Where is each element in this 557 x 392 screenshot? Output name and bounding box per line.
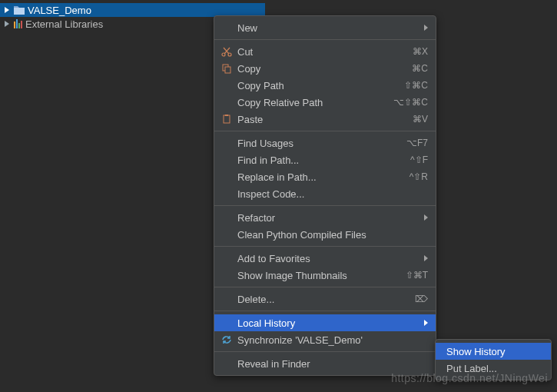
svg-rect-5 [225,115,228,116]
menu-copy-relative-path[interactable]: Copy Relative Path ⌥⇧⌘C [214,94,436,111]
blank-icon [220,137,233,149]
menu-inspect-code[interactable]: Inspect Code... [214,185,436,202]
blank-icon [220,357,233,370]
submenu-show-history[interactable]: Show History [436,343,551,360]
menu-delete[interactable]: Delete... ⌦ [214,291,436,307]
menu-local-history[interactable]: Local History [214,314,436,331]
menu-separator [214,131,436,131]
menu-refactor[interactable]: Refactor [214,209,436,226]
folder-icon [14,5,25,15]
menu-separator [214,351,436,352]
menu-show-image-thumbnails[interactable]: Show Image Thumbnails ⇧⌘T [214,267,436,284]
menu-separator [214,246,436,247]
shortcut-label: ⇧⌘T [406,270,428,281]
menu-find-usages[interactable]: Find Usages ⌥F7 [214,135,436,151]
blank-icon [220,171,233,183]
blank-icon [220,96,233,108]
expand-collapse-icon[interactable] [5,7,9,13]
shortcut-label: ⌘X [413,46,428,57]
shortcut-label: ^⇧R [409,171,428,182]
context-menu: New Cut ⌘X Copy ⌘C Copy Path ⇧⌘C Copy Re… [214,15,436,376]
blank-icon [220,211,233,224]
menu-new[interactable]: New [214,19,436,36]
expand-collapse-icon[interactable] [5,21,9,27]
shortcut-label: ⌥F7 [406,138,428,148]
submenu-arrow-icon [424,25,428,31]
blank-icon [220,154,233,166]
project-name-label: VALSE_Demo [28,5,91,16]
paste-icon [220,113,233,125]
shortcut-label: ⌘C [412,63,428,74]
menu-add-to-favorites[interactable]: Add to Favorites [214,250,436,267]
shortcut-label: ⌥⇧⌘C [393,97,428,108]
copy-icon [220,62,233,75]
blank-icon [220,252,233,264]
menu-separator [214,287,436,287]
menu-reveal-in-finder[interactable]: Reveal in Finder [214,355,436,372]
menu-synchronize[interactable]: Synchronize 'VALSE_Demo' [214,331,436,348]
menu-find-in-path[interactable]: Find in Path... ^⇧F [214,151,436,168]
watermark-text: https://blog.csdn.net/JNingWei [391,372,548,384]
blank-icon [220,79,233,91]
menu-separator [214,311,436,311]
menu-separator [214,39,436,40]
menu-separator [214,205,436,206]
menu-copy-path[interactable]: Copy Path ⇧⌘C [214,77,436,94]
shortcut-label: ⌘V [413,114,428,125]
blank-icon [220,317,233,329]
submenu-arrow-icon [424,255,428,261]
menu-copy[interactable]: Copy ⌘C [214,60,436,77]
blank-icon [220,188,233,200]
shortcut-label: ⌦ [415,294,428,304]
menu-clean-python-compiled[interactable]: Clean Python Compiled Files [214,226,436,243]
menu-paste[interactable]: Paste ⌘V [214,111,436,128]
scissors-icon [220,45,233,58]
blank-icon [220,228,233,241]
external-libraries-label: External Libraries [25,18,103,30]
svg-rect-4 [224,115,230,123]
shortcut-label: ^⇧F [410,154,428,165]
shortcut-label: ⇧⌘C [404,80,428,91]
submenu-arrow-icon [424,214,428,221]
submenu-arrow-icon [424,320,428,326]
external-libraries-icon [14,19,22,28]
menu-cut[interactable]: Cut ⌘X [214,43,436,60]
svg-rect-3 [225,67,230,73]
blank-icon [220,22,233,34]
blank-icon [220,269,233,281]
blank-icon [220,293,233,305]
menu-replace-in-path[interactable]: Replace in Path... ^⇧R [214,168,436,185]
sync-icon [220,334,233,346]
